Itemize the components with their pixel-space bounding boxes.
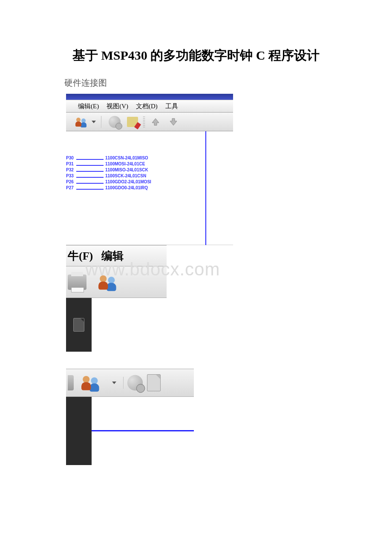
people-icon[interactable] (81, 373, 101, 393)
toolbar-3 (66, 369, 194, 397)
arrow-up-icon (150, 117, 161, 127)
page-thumbnail-icon[interactable] (73, 318, 84, 332)
canvas-white (92, 298, 167, 352)
globe-icon[interactable] (127, 375, 143, 390)
toolbar-2 (66, 266, 167, 298)
screenshot-2: 牛(F) 编辑 (66, 245, 167, 352)
partial-tool-icon (68, 375, 74, 390)
canvas-2 (66, 298, 167, 352)
down-arrow-button[interactable] (166, 114, 181, 130)
canvas-3 (66, 397, 194, 465)
pin-row: P321100MISO-24L01SCK (66, 167, 151, 173)
people-icon (75, 116, 87, 128)
window-titlebar (66, 94, 233, 100)
page-icon[interactable] (147, 374, 161, 391)
edit-button[interactable] (125, 114, 140, 130)
menu-edit[interactable]: 编辑(E) (78, 102, 99, 110)
pin-row: P271100GDO0-24L01IRQ (66, 185, 151, 191)
printer-icon[interactable] (68, 275, 86, 290)
sidebar-dark-2 (66, 397, 92, 465)
separator (123, 377, 124, 389)
pin-row: P261100GDO2-24L01MOSI (66, 179, 151, 185)
separator (101, 116, 102, 128)
pin-mapping-table: P301100CSN-24L01MISO P311100MOSI-24L01CE… (66, 155, 151, 191)
dropdown-button[interactable] (112, 375, 116, 390)
arrow-down-icon (168, 117, 179, 127)
document-title: 基于 MSP430 的多功能数字时钟 C 程序设计 (53, 47, 339, 64)
menu-view[interactable]: 视图(V) (107, 102, 128, 110)
menubar: 编辑(E) 视图(V) 文档(D) 工具 (66, 100, 233, 113)
subtitle: 硬件连接图 (64, 77, 339, 89)
grip-icon (143, 116, 145, 128)
up-arrow-button[interactable] (148, 114, 163, 130)
canvas-white-2 (92, 397, 194, 465)
schematic-border-line (205, 131, 206, 245)
people-button[interactable] (74, 114, 89, 130)
menubar-2: 牛(F) 编辑 (66, 245, 167, 266)
pin-row: P331100SCK-24L01CSN (66, 173, 151, 179)
menu-document[interactable]: 文档(D) (136, 102, 158, 110)
sidebar-dark (66, 298, 92, 352)
menu-file[interactable]: 牛(F) (68, 249, 93, 263)
toolbar (66, 113, 233, 131)
dropdown-button[interactable] (92, 114, 96, 130)
schematic-border-line (92, 430, 194, 431)
edit-icon (127, 117, 138, 127)
pin-row: P311100MOSI-24L01CE (66, 161, 151, 167)
screenshot-3 (66, 369, 194, 465)
screenshot-1: 编辑(E) 视图(V) 文档(D) 工具 P301100CSN-24L01MIS… (66, 94, 233, 245)
globe-button[interactable] (107, 114, 122, 130)
menu-edit-2[interactable]: 编辑 (101, 249, 124, 263)
people-icon[interactable] (98, 272, 118, 292)
globe-icon (109, 116, 121, 128)
canvas-area: P301100CSN-24L01MISO P311100MOSI-24L01CE… (66, 131, 233, 245)
menu-tools[interactable]: 工具 (165, 102, 178, 110)
pin-row: P301100CSN-24L01MISO (66, 155, 151, 161)
